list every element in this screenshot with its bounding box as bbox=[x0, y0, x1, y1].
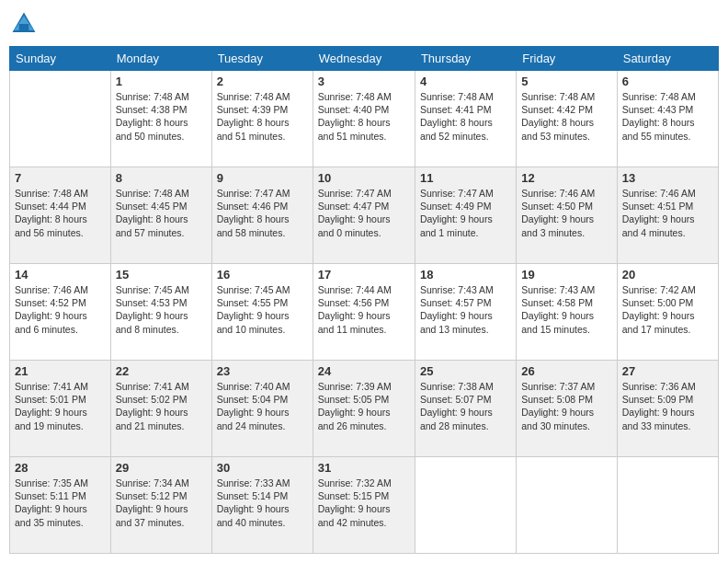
calendar-cell: 9Sunrise: 7:47 AMSunset: 4:46 PMDaylight… bbox=[211, 167, 313, 264]
day-number: 13 bbox=[622, 171, 713, 185]
day-number: 30 bbox=[217, 461, 308, 475]
day-info: Sunrise: 7:46 AMSunset: 4:52 PMDaylight:… bbox=[15, 283, 106, 336]
day-info: Sunrise: 7:36 AMSunset: 5:09 PMDaylight:… bbox=[622, 380, 713, 432]
day-info: Sunrise: 7:39 AMSunset: 5:05 PMDaylight:… bbox=[318, 380, 410, 432]
calendar-cell bbox=[415, 457, 516, 554]
day-info: Sunrise: 7:48 AMSunset: 4:39 PMDaylight:… bbox=[217, 90, 308, 143]
day-number: 17 bbox=[318, 268, 410, 282]
day-info: Sunrise: 7:43 AMSunset: 4:57 PMDaylight:… bbox=[420, 283, 511, 336]
day-info: Sunrise: 7:47 AMSunset: 4:49 PMDaylight:… bbox=[420, 187, 511, 239]
day-number: 14 bbox=[15, 268, 106, 282]
day-number: 10 bbox=[318, 171, 410, 185]
calendar-week-row: 1Sunrise: 7:48 AMSunset: 4:38 PMDaylight… bbox=[10, 71, 719, 167]
calendar-cell: 2Sunrise: 7:48 AMSunset: 4:39 PMDaylight… bbox=[211, 71, 313, 167]
day-info: Sunrise: 7:40 AMSunset: 5:04 PMDaylight:… bbox=[217, 380, 308, 432]
day-number: 26 bbox=[521, 364, 611, 378]
calendar-day-header: Tuesday bbox=[211, 47, 313, 71]
day-number: 5 bbox=[521, 75, 611, 88]
day-number: 11 bbox=[420, 171, 511, 185]
day-number: 20 bbox=[622, 268, 713, 282]
calendar-cell: 14Sunrise: 7:46 AMSunset: 4:52 PMDayligh… bbox=[10, 264, 111, 361]
calendar-cell: 5Sunrise: 7:48 AMSunset: 4:42 PMDaylight… bbox=[517, 71, 617, 167]
day-info: Sunrise: 7:43 AMSunset: 4:58 PMDaylight:… bbox=[521, 283, 611, 336]
day-number: 18 bbox=[420, 268, 511, 282]
day-info: Sunrise: 7:34 AMSunset: 5:12 PMDaylight:… bbox=[116, 477, 207, 529]
day-number: 2 bbox=[217, 75, 308, 88]
day-info: Sunrise: 7:48 AMSunset: 4:45 PMDaylight:… bbox=[116, 187, 207, 239]
day-info: Sunrise: 7:48 AMSunset: 4:42 PMDaylight:… bbox=[521, 90, 611, 143]
calendar-cell: 18Sunrise: 7:43 AMSunset: 4:57 PMDayligh… bbox=[415, 264, 516, 361]
day-info: Sunrise: 7:35 AMSunset: 5:11 PMDaylight:… bbox=[15, 477, 106, 529]
calendar-cell: 29Sunrise: 7:34 AMSunset: 5:12 PMDayligh… bbox=[110, 457, 211, 554]
day-number: 28 bbox=[15, 461, 106, 475]
calendar-cell: 25Sunrise: 7:38 AMSunset: 5:07 PMDayligh… bbox=[415, 361, 516, 457]
calendar-cell: 22Sunrise: 7:41 AMSunset: 5:02 PMDayligh… bbox=[110, 361, 211, 457]
calendar-cell: 27Sunrise: 7:36 AMSunset: 5:09 PMDayligh… bbox=[617, 361, 718, 457]
calendar-week-row: 21Sunrise: 7:41 AMSunset: 5:01 PMDayligh… bbox=[10, 361, 719, 457]
day-number: 12 bbox=[521, 171, 611, 185]
day-info: Sunrise: 7:41 AMSunset: 5:01 PMDaylight:… bbox=[15, 380, 106, 432]
svg-rect-2 bbox=[19, 24, 29, 30]
calendar-cell: 7Sunrise: 7:48 AMSunset: 4:44 PMDaylight… bbox=[10, 167, 111, 264]
day-info: Sunrise: 7:41 AMSunset: 5:02 PMDaylight:… bbox=[116, 380, 207, 432]
day-number: 22 bbox=[116, 364, 207, 378]
calendar-header-row: SundayMondayTuesdayWednesdayThursdayFrid… bbox=[10, 47, 719, 71]
calendar-day-header: Friday bbox=[517, 47, 617, 71]
day-info: Sunrise: 7:46 AMSunset: 4:50 PMDaylight:… bbox=[521, 187, 611, 239]
day-info: Sunrise: 7:37 AMSunset: 5:08 PMDaylight:… bbox=[521, 380, 611, 432]
day-info: Sunrise: 7:33 AMSunset: 5:14 PMDaylight:… bbox=[217, 477, 308, 529]
day-number: 27 bbox=[622, 364, 713, 378]
calendar-cell: 21Sunrise: 7:41 AMSunset: 5:01 PMDayligh… bbox=[10, 361, 111, 457]
day-number: 23 bbox=[217, 364, 308, 378]
day-number: 31 bbox=[318, 461, 410, 475]
day-number: 6 bbox=[622, 75, 713, 88]
calendar-cell: 16Sunrise: 7:45 AMSunset: 4:55 PMDayligh… bbox=[211, 264, 313, 361]
calendar-cell: 17Sunrise: 7:44 AMSunset: 4:56 PMDayligh… bbox=[313, 264, 415, 361]
calendar-day-header: Saturday bbox=[617, 47, 718, 71]
calendar-cell: 23Sunrise: 7:40 AMSunset: 5:04 PMDayligh… bbox=[211, 361, 313, 457]
day-number: 7 bbox=[15, 171, 106, 185]
header bbox=[9, 9, 719, 39]
calendar-week-row: 14Sunrise: 7:46 AMSunset: 4:52 PMDayligh… bbox=[10, 264, 719, 361]
day-number: 21 bbox=[15, 364, 106, 378]
calendar-cell: 24Sunrise: 7:39 AMSunset: 5:05 PMDayligh… bbox=[313, 361, 415, 457]
page: SundayMondayTuesdayWednesdayThursdayFrid… bbox=[0, 0, 728, 563]
calendar-cell bbox=[10, 71, 111, 167]
day-number: 4 bbox=[420, 75, 511, 88]
calendar-cell bbox=[617, 457, 718, 554]
day-number: 9 bbox=[217, 171, 308, 185]
logo-icon bbox=[9, 9, 39, 39]
calendar-cell: 3Sunrise: 7:48 AMSunset: 4:40 PMDaylight… bbox=[313, 71, 415, 167]
day-info: Sunrise: 7:38 AMSunset: 5:07 PMDaylight:… bbox=[420, 380, 511, 432]
calendar-cell: 13Sunrise: 7:46 AMSunset: 4:51 PMDayligh… bbox=[617, 167, 718, 264]
calendar-cell: 31Sunrise: 7:32 AMSunset: 5:15 PMDayligh… bbox=[313, 457, 415, 554]
calendar-cell: 15Sunrise: 7:45 AMSunset: 4:53 PMDayligh… bbox=[110, 264, 211, 361]
calendar-day-header: Sunday bbox=[10, 47, 111, 71]
calendar-cell: 8Sunrise: 7:48 AMSunset: 4:45 PMDaylight… bbox=[110, 167, 211, 264]
calendar-cell: 1Sunrise: 7:48 AMSunset: 4:38 PMDaylight… bbox=[110, 71, 211, 167]
day-number: 15 bbox=[116, 268, 207, 282]
day-info: Sunrise: 7:47 AMSunset: 4:47 PMDaylight:… bbox=[318, 187, 410, 239]
calendar-day-header: Monday bbox=[110, 47, 211, 71]
day-info: Sunrise: 7:47 AMSunset: 4:46 PMDaylight:… bbox=[217, 187, 308, 239]
day-info: Sunrise: 7:48 AMSunset: 4:38 PMDaylight:… bbox=[116, 90, 207, 143]
calendar-cell: 30Sunrise: 7:33 AMSunset: 5:14 PMDayligh… bbox=[211, 457, 313, 554]
calendar-cell: 4Sunrise: 7:48 AMSunset: 4:41 PMDaylight… bbox=[415, 71, 516, 167]
logo bbox=[9, 9, 42, 39]
calendar-day-header: Wednesday bbox=[313, 47, 415, 71]
calendar-cell: 20Sunrise: 7:42 AMSunset: 5:00 PMDayligh… bbox=[617, 264, 718, 361]
day-info: Sunrise: 7:32 AMSunset: 5:15 PMDaylight:… bbox=[318, 477, 410, 529]
day-number: 8 bbox=[116, 171, 207, 185]
day-number: 19 bbox=[521, 268, 611, 282]
calendar-cell bbox=[517, 457, 617, 554]
calendar-cell: 11Sunrise: 7:47 AMSunset: 4:49 PMDayligh… bbox=[415, 167, 516, 264]
day-info: Sunrise: 7:48 AMSunset: 4:40 PMDaylight:… bbox=[318, 90, 410, 143]
day-info: Sunrise: 7:45 AMSunset: 4:55 PMDaylight:… bbox=[217, 283, 308, 336]
day-info: Sunrise: 7:48 AMSunset: 4:43 PMDaylight:… bbox=[622, 90, 713, 143]
calendar-cell: 28Sunrise: 7:35 AMSunset: 5:11 PMDayligh… bbox=[10, 457, 111, 554]
calendar-week-row: 7Sunrise: 7:48 AMSunset: 4:44 PMDaylight… bbox=[10, 167, 719, 264]
day-info: Sunrise: 7:46 AMSunset: 4:51 PMDaylight:… bbox=[622, 187, 713, 239]
day-number: 29 bbox=[116, 461, 207, 475]
calendar-table: SundayMondayTuesdayWednesdayThursdayFrid… bbox=[9, 46, 719, 554]
calendar-cell: 26Sunrise: 7:37 AMSunset: 5:08 PMDayligh… bbox=[517, 361, 617, 457]
